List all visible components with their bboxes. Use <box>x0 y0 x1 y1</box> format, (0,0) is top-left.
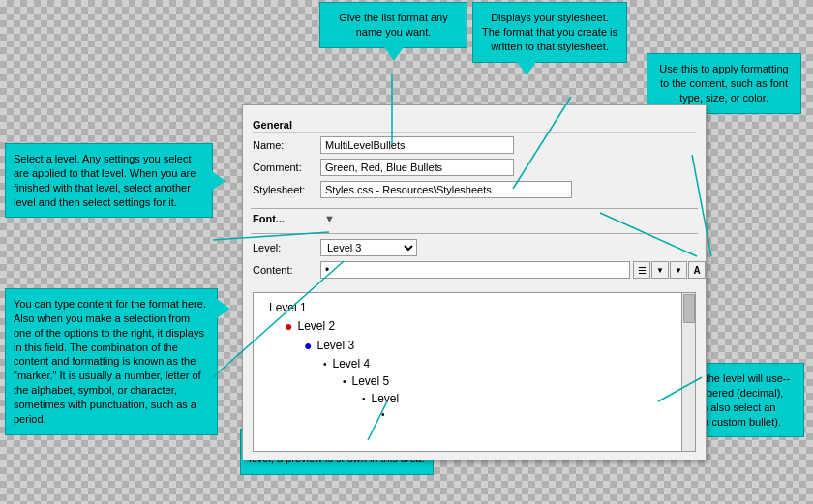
dropdown-btn2[interactable]: ▼ <box>670 261 687 279</box>
level-form-group: Level: Level 3 <box>253 239 696 256</box>
preview-level-3: ● Level 3 <box>304 338 683 353</box>
name-label: Name: <box>253 139 320 151</box>
content-input[interactable] <box>320 261 630 279</box>
preview-level-2: ● Level 2 <box>285 318 683 334</box>
preview-area: Level 1 ● Level 2 ● Level 3 • <box>253 292 696 452</box>
comment-label: Comment: <box>253 162 320 173</box>
name-input[interactable] <box>320 136 514 154</box>
content-callout-text: You can type content for the format here… <box>14 298 206 425</box>
level-select[interactable]: Level 3 <box>320 239 417 256</box>
level-label: Level: <box>253 242 320 253</box>
preview-level-7: • <box>381 409 683 420</box>
content-label: Content: <box>253 264 320 276</box>
stylesheet-form-group: Stylesheet: <box>253 181 696 198</box>
level-callout-text: Select a level. Any settings you select … <box>14 153 196 208</box>
formatting-callout-text: Use this to apply formatting to the cont… <box>659 63 788 104</box>
stylesheet-callout-text: Displays your stylesheet. The format tha… <box>482 12 617 52</box>
content-form-group: Content: ☰ ▼ ▼ A <box>253 261 696 279</box>
content-toolbar: ☰ ▼ ▼ A <box>633 261 706 279</box>
stylesheet-label: Stylesheet: <box>253 184 320 195</box>
content-callout: You can type content for the format here… <box>5 288 218 435</box>
name-form-group: Name: <box>253 136 696 154</box>
font-group: Font... ▼ <box>253 213 696 224</box>
font-label: Font... <box>253 213 320 224</box>
name-callout: Give the list format any name you want. <box>319 2 467 48</box>
comment-form-group: Comment: <box>253 159 696 176</box>
preview-content: Level 1 ● Level 2 ● Level 3 • <box>254 293 695 431</box>
stylesheet-callout: Displays your stylesheet. The format tha… <box>472 2 627 63</box>
level-callout: Select a level. Any settings you select … <box>5 143 213 218</box>
preview-level-6: • Level <box>362 392 683 405</box>
format-btn[interactable]: A <box>688 261 706 279</box>
general-section-header: General <box>253 119 696 133</box>
list-format-dialog: General Name: Comment: Stylesheet: <box>242 104 707 460</box>
preview-level-4: • Level 4 <box>323 357 683 371</box>
preview-level-5: • Level 5 <box>343 374 683 388</box>
comment-input[interactable] <box>320 159 514 176</box>
preview-level-1: Level 1 <box>265 301 683 314</box>
list-btn[interactable]: ☰ <box>633 261 650 279</box>
preview-scrollbar[interactable] <box>681 293 695 451</box>
dropdown-btn1[interactable]: ▼ <box>651 261 669 279</box>
stylesheet-input[interactable] <box>320 181 572 198</box>
name-callout-text: Give the list format any name you want. <box>339 12 448 38</box>
